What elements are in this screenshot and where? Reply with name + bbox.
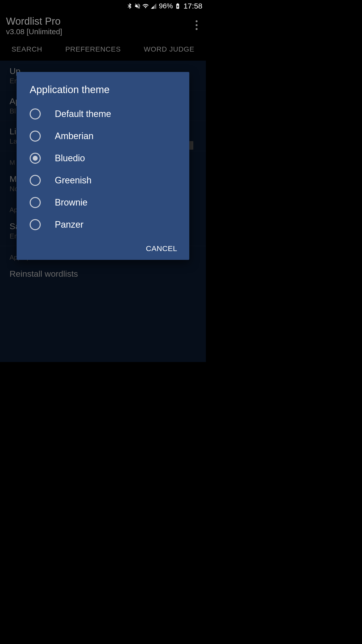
battery-percentage: 96% bbox=[159, 2, 173, 10]
cell-signal-icon bbox=[150, 3, 157, 9]
theme-option-default[interactable]: Default theme bbox=[17, 103, 189, 125]
status-icons: 96% 17:58 bbox=[126, 2, 202, 10]
tab-bar: SEARCH PREFERENCES WORD JUDGE bbox=[0, 38, 206, 61]
wifi-icon bbox=[142, 3, 149, 9]
radio-icon bbox=[30, 197, 41, 208]
radio-selected-icon bbox=[30, 153, 41, 164]
theme-option-bluedio[interactable]: Bluedio bbox=[17, 147, 189, 169]
overflow-menu-button[interactable] bbox=[193, 16, 200, 36]
radio-icon bbox=[30, 175, 41, 186]
more-vert-icon bbox=[195, 20, 198, 30]
battery-charging-icon bbox=[174, 3, 181, 9]
svg-point-2 bbox=[196, 28, 198, 30]
radio-label: Greenish bbox=[55, 175, 92, 186]
radio-icon bbox=[30, 219, 41, 230]
radio-label: Panzer bbox=[55, 219, 83, 230]
tab-search[interactable]: SEARCH bbox=[12, 45, 42, 53]
svg-point-1 bbox=[196, 24, 198, 26]
theme-option-greenish[interactable]: Greenish bbox=[17, 169, 189, 191]
radio-label: Brownie bbox=[55, 197, 87, 208]
cancel-button[interactable]: CANCEL bbox=[146, 244, 177, 253]
vibrate-silent-icon bbox=[134, 3, 141, 9]
theme-dialog: Application theme Default theme Amberian… bbox=[17, 72, 189, 260]
radio-icon bbox=[30, 131, 41, 142]
tab-word-judge[interactable]: WORD JUDGE bbox=[144, 45, 194, 53]
app-title: Wordlist Pro bbox=[6, 16, 62, 27]
bluetooth-icon bbox=[126, 3, 133, 9]
radio-label: Bluedio bbox=[55, 153, 85, 164]
app-bar: Wordlist Pro v3.08 [Unlimited] bbox=[0, 12, 206, 38]
radio-icon bbox=[30, 108, 41, 119]
radio-label: Default theme bbox=[55, 109, 111, 119]
tab-preferences[interactable]: PREFERENCES bbox=[65, 45, 121, 53]
app-titles: Wordlist Pro v3.08 [Unlimited] bbox=[6, 16, 62, 36]
radio-label: Amberian bbox=[55, 131, 94, 141]
dialog-title: Application theme bbox=[17, 72, 189, 103]
theme-option-brownie[interactable]: Brownie bbox=[17, 191, 189, 214]
svg-point-0 bbox=[196, 20, 198, 22]
status-bar: 96% 17:58 bbox=[0, 0, 206, 12]
theme-option-amberian[interactable]: Amberian bbox=[17, 125, 189, 147]
theme-option-panzer[interactable]: Panzer bbox=[17, 214, 189, 236]
dialog-actions: CANCEL bbox=[17, 236, 189, 258]
app-subtitle: v3.08 [Unlimited] bbox=[6, 27, 62, 36]
status-time: 17:58 bbox=[184, 2, 202, 10]
